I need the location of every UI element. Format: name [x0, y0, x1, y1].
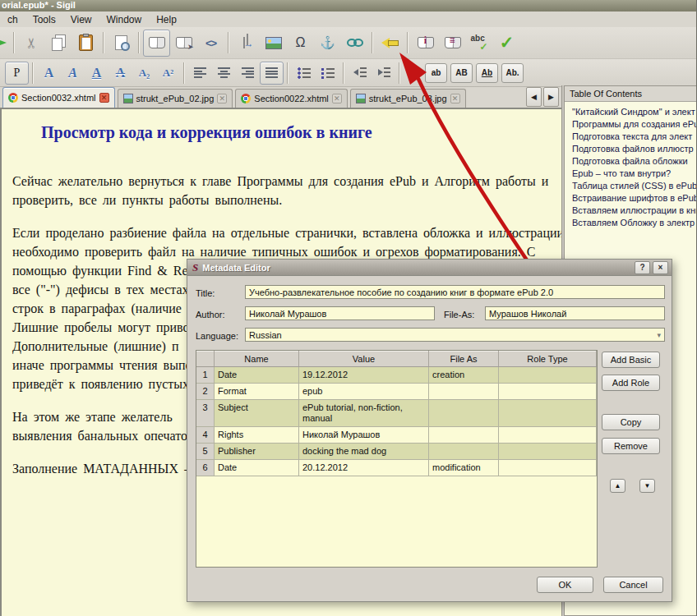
align-justify-button[interactable]	[260, 62, 284, 85]
split-view-button[interactable]: ➤	[170, 30, 197, 57]
name-cell[interactable]: Format	[215, 384, 299, 400]
menu-item[interactable]: ch	[0, 14, 25, 25]
move-down-icon[interactable]: ▼	[639, 479, 655, 493]
table-row[interactable]: 4 Rights Николай Мурашов	[196, 427, 597, 444]
dialog-titlebar[interactable]: S Metadata Editor ? ×	[187, 260, 672, 276]
file-as-cell[interactable]	[429, 400, 499, 427]
table-row[interactable]: 6 Date 20.12.2012 modification	[196, 460, 597, 476]
file-as-cell[interactable]: creation	[429, 367, 499, 384]
bold-button[interactable]: A	[37, 62, 61, 85]
file-as-cell[interactable]	[429, 384, 499, 400]
name-cell[interactable]: Subject	[215, 400, 299, 427]
toc-item[interactable]: Вставляем иллюстрации в кни	[572, 205, 696, 217]
role-type-cell[interactable]	[499, 460, 597, 476]
role-type-cell[interactable]	[499, 444, 597, 460]
code-view-button[interactable]: <>	[197, 30, 224, 57]
propercase-button[interactable]: Ab.	[501, 63, 524, 83]
validate-button[interactable]: ✓	[493, 30, 520, 57]
file-as-cell[interactable]	[429, 427, 499, 444]
role-type-cell[interactable]	[499, 384, 597, 400]
toc-item[interactable]: Программы для создания ePu	[572, 118, 696, 131]
tab-close-icon[interactable]: ✕	[332, 94, 342, 103]
italic-button[interactable]: A	[61, 62, 85, 85]
toc-item[interactable]: Epub – что там внутри?	[572, 168, 696, 180]
align-left-button[interactable]	[188, 62, 212, 85]
book-view-button[interactable]	[143, 30, 170, 57]
cut-button[interactable]: ✂	[18, 30, 45, 57]
outdent-button[interactable]	[348, 62, 372, 85]
subscript-button[interactable]: A₂	[132, 62, 156, 85]
toc-item[interactable]: Подготовка файлов иллюстр	[572, 143, 696, 155]
value-cell[interactable]: docking the mad dog	[299, 444, 429, 460]
file-as-field[interactable]	[485, 306, 665, 320]
superscript-button[interactable]: A²	[156, 62, 180, 85]
document-tab[interactable]: strukt_ePub_03.jpg ✕	[350, 89, 466, 108]
title-field[interactable]	[245, 285, 665, 299]
document-tab[interactable]: strukt_ePub_02.jpg ✕	[118, 89, 233, 108]
toc-item[interactable]: Встраивание шрифтов в ePub	[572, 192, 696, 205]
split-chapter-button[interactable]: →	[233, 30, 260, 57]
insert-link-button[interactable]	[341, 30, 368, 57]
underline-button[interactable]: A	[85, 62, 108, 85]
paste-button[interactable]	[72, 30, 99, 57]
align-center-button[interactable]	[212, 62, 236, 85]
value-cell[interactable]: ePub tutorial, non-fiction, manual	[299, 400, 429, 427]
document-tab[interactable]: Section0022.xhtml ✕	[235, 89, 348, 108]
ok-button[interactable]: OK	[537, 577, 593, 593]
remove-button[interactable]: Remove	[602, 438, 660, 454]
paragraph-style-button[interactable]: P	[5, 62, 29, 85]
toc-item[interactable]: Подготовка файла обложки	[572, 155, 696, 168]
table-row[interactable]: 5 Publisher docking the mad dog	[196, 444, 597, 460]
indent-button[interactable]	[372, 62, 395, 85]
name-cell[interactable]: Publisher	[215, 444, 299, 460]
tab-close-icon[interactable]: ✕	[99, 93, 109, 103]
name-cell[interactable]: Rights	[215, 427, 299, 444]
value-cell[interactable]: 19.12.2012	[299, 367, 429, 384]
role-type-cell[interactable]	[499, 400, 597, 427]
menu-item[interactable]: Help	[149, 14, 184, 25]
menu-item[interactable]: Tools	[25, 14, 63, 25]
spellcheck-button[interactable]: abc✓	[466, 30, 493, 57]
cancel-button[interactable]: Cancel	[603, 577, 663, 593]
file-as-cell[interactable]	[429, 444, 499, 460]
strikethrough-button[interactable]: A	[108, 62, 132, 85]
role-type-cell[interactable]	[499, 367, 597, 384]
uppercase-button[interactable]: AB	[450, 63, 473, 83]
toc-item[interactable]: Вставляем Обложку в электр	[572, 217, 696, 229]
add-basic-button[interactable]: Add Basic	[602, 352, 660, 368]
language-dropdown[interactable]: Russian ▾	[245, 328, 665, 342]
table-row[interactable]: 2 Format epub	[196, 384, 597, 400]
role-type-cell[interactable]	[499, 427, 597, 444]
insert-anchor-button[interactable]: ⚓	[314, 30, 341, 57]
tab-close-icon[interactable]: ✕	[217, 94, 227, 103]
redo-icon[interactable]	[0, 34, 8, 52]
table-row[interactable]: 3 Subject ePub tutorial, non-fiction, ma…	[196, 400, 597, 427]
document-tab[interactable]: Section0032.xhtml ✕	[2, 87, 115, 108]
value-cell[interactable]: Николай Мурашов	[299, 427, 429, 444]
toc-item[interactable]: "Китайский Синдром" и элект	[572, 106, 696, 118]
toc-item[interactable]: Таблица стилей (CSS) в ePub	[572, 180, 696, 192]
name-cell[interactable]: Date	[215, 460, 299, 476]
value-cell[interactable]: 20.12.2012	[299, 460, 429, 476]
table-row[interactable]: 1 Date 19.12.2012 creation	[196, 367, 597, 384]
dialog-help-button[interactable]: ?	[635, 261, 650, 274]
bullet-list-button[interactable]	[292, 62, 316, 85]
toc-item[interactable]: Подготовка текста для элект	[572, 131, 696, 143]
lowercase-button[interactable]: ab	[425, 63, 447, 83]
add-role-button[interactable]: Add Role	[602, 375, 660, 391]
find-button[interactable]	[108, 30, 135, 57]
tab-scroll-left-icon[interactable]: ◀	[526, 87, 542, 107]
special-character-button[interactable]: Ω	[287, 30, 314, 57]
align-right-button[interactable]	[236, 62, 260, 85]
menu-item[interactable]: View	[63, 14, 99, 25]
menu-item[interactable]: Window	[99, 14, 150, 25]
numbered-list-button[interactable]	[316, 62, 339, 85]
copy-button-dialog[interactable]: Copy	[602, 414, 660, 430]
capitalize-button[interactable]: Ab	[476, 63, 498, 83]
dialog-close-button[interactable]: ×	[653, 261, 668, 274]
move-up-icon[interactable]: ▲	[610, 479, 625, 493]
metadata-table[interactable]: Name Value File As Role Type 1 Date 19.1…	[196, 350, 598, 568]
tab-close-icon[interactable]: ✕	[450, 94, 460, 103]
metadata-editor-button[interactable]: i	[412, 30, 439, 57]
name-cell[interactable]: Date	[215, 367, 299, 384]
